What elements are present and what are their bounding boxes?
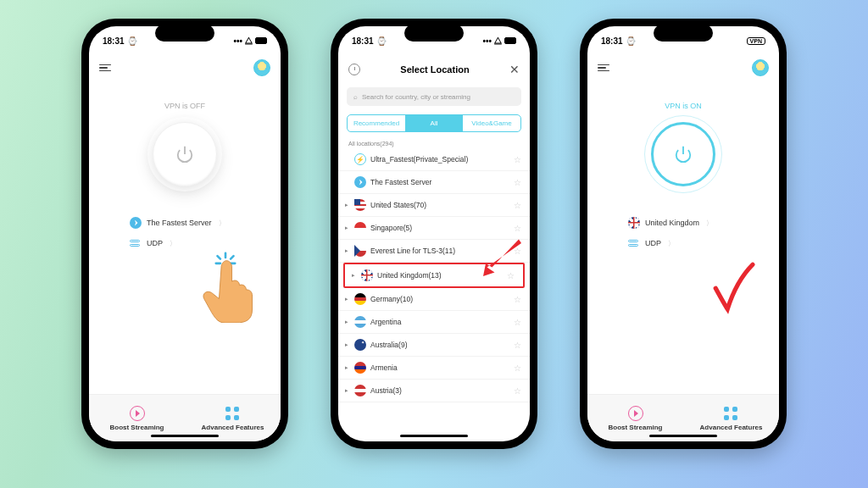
expand-icon: ▸ <box>343 341 350 348</box>
page-header: Select Location ✕ <box>338 55 530 84</box>
location-name: Austria(3) <box>370 386 509 395</box>
chevron-icon: 〉 <box>668 239 675 248</box>
server-row[interactable]: United Kingdom 〉 <box>628 217 713 229</box>
location-row[interactable]: ▸United States(70)☆ <box>338 194 530 217</box>
grid-icon <box>724 406 739 421</box>
tab-recommended[interactable]: Recommended <box>348 115 405 131</box>
favorite-star-icon[interactable]: ☆ <box>514 386 521 396</box>
protocol-row[interactable]: UDP 〉 <box>628 237 675 249</box>
signal-icon: ••• <box>482 36 492 46</box>
search-input[interactable]: ⌕ Search for country, city or streaming <box>347 87 521 106</box>
app-header <box>587 55 779 80</box>
flag-icon <box>354 362 366 374</box>
bottom-label: Boost Streaming <box>608 424 662 431</box>
vpn-status-label: VPN is OFF <box>164 102 205 110</box>
home-indicator <box>151 435 219 437</box>
location-name: Germany(10) <box>370 295 509 303</box>
menu-icon[interactable] <box>598 64 609 72</box>
close-icon[interactable]: ✕ <box>509 63 520 76</box>
page-title: Select Location <box>400 64 469 75</box>
grid-icon <box>225 406 241 421</box>
flag-icon <box>354 176 366 188</box>
alarm-icon: ⌚ <box>376 36 387 46</box>
location-row[interactable]: ▸Everest Line for TLS-3(11)☆ <box>338 240 530 263</box>
status-time: 18:31 <box>601 36 623 46</box>
favorite-star-icon[interactable]: ☆ <box>514 341 521 350</box>
protocol-row[interactable]: UDP 〉 <box>130 237 176 249</box>
power-icon <box>175 145 194 164</box>
screen-off-state: 18:31⌚ ••• ⧋ VPN is OFF The Fastest Serv… <box>89 26 281 441</box>
expand-icon: ▸ <box>350 272 357 279</box>
location-row[interactable]: ▸Austria(3)☆ <box>338 380 530 402</box>
alarm-icon: ⌚ <box>626 36 636 46</box>
location-row[interactable]: ▸Australia(9)☆ <box>338 334 530 357</box>
tab-video-game[interactable]: Video&Game <box>463 115 520 131</box>
location-name: Argentina <box>370 318 509 326</box>
status-time: 18:31 <box>352 36 374 46</box>
tap-sparkle-icon <box>214 252 236 274</box>
favorite-star-icon[interactable]: ☆ <box>514 201 521 210</box>
server-row[interactable]: The Fastest Server 〉 <box>130 217 225 229</box>
main-content: VPN is ON United Kingdom 〉 UDP 〉 <box>587 80 779 394</box>
menu-icon[interactable] <box>99 64 111 72</box>
location-name: United States(70) <box>370 201 509 209</box>
battery-icon <box>255 37 267 44</box>
favorite-star-icon[interactable]: ☆ <box>514 318 521 327</box>
phone-frame-2: 18:31⌚ ••• ⧋ Select Location ✕ ⌕ Search … <box>331 19 537 449</box>
vpn-status-label: VPN is ON <box>665 102 702 110</box>
location-row[interactable]: The Fastest Server☆ <box>338 171 530 194</box>
flag-icon <box>354 245 366 257</box>
favorite-star-icon[interactable]: ☆ <box>514 224 521 233</box>
location-row[interactable]: ▸United Kingdom(13)☆ <box>343 263 525 288</box>
play-icon <box>628 406 643 421</box>
tab-all[interactable]: All <box>405 115 463 131</box>
history-icon[interactable] <box>348 64 360 75</box>
screen-on-state: 18:31⌚ VPN VPN is ON United Kingdom 〉 <box>587 26 779 441</box>
flag-icon <box>354 385 366 396</box>
location-row[interactable]: ▸Singapore(5)☆ <box>338 217 530 240</box>
home-indicator <box>649 435 717 437</box>
power-button-off[interactable] <box>153 122 217 186</box>
location-name: Ultra_Fastest(Private_Special) <box>370 155 509 164</box>
chevron-icon: 〉 <box>706 219 713 228</box>
flag-icon <box>354 293 366 305</box>
search-icon: ⌕ <box>353 93 358 101</box>
status-right: ••• ⧋ <box>233 36 267 46</box>
protocol-name: UDP <box>147 239 163 247</box>
flag-icon <box>361 269 373 281</box>
main-content: VPN is OFF The Fastest Server 〉 UDP 〉 <box>89 80 281 394</box>
avatar[interactable] <box>752 59 769 76</box>
favorite-star-icon[interactable]: ☆ <box>514 178 521 187</box>
favorite-star-icon[interactable]: ☆ <box>514 295 521 304</box>
location-name: Australia(9) <box>370 341 509 349</box>
favorite-star-icon[interactable]: ☆ <box>514 155 521 164</box>
favorite-star-icon[interactable]: ☆ <box>507 271 515 280</box>
protocol-name: UDP <box>645 239 661 247</box>
flag-icon <box>354 316 366 328</box>
favorite-star-icon[interactable]: ☆ <box>514 247 521 256</box>
bottom-label: Boost Streaming <box>109 424 164 431</box>
chevron-icon: 〉 <box>219 219 225 228</box>
location-name: Singapore(5) <box>370 224 509 232</box>
wifi-icon: ⧋ <box>245 36 253 46</box>
app-header <box>89 55 281 80</box>
expand-icon: ▸ <box>343 364 350 371</box>
location-row[interactable]: Ultra_Fastest(Private_Special)☆ <box>338 148 530 171</box>
avatar[interactable] <box>253 59 270 76</box>
power-button-on[interactable] <box>651 122 715 186</box>
status-time: 18:31 <box>103 36 125 46</box>
server-name: United Kingdom <box>645 219 699 227</box>
phone-frame-3: 18:31⌚ VPN VPN is ON United Kingdom 〉 <box>580 19 787 449</box>
wifi-icon: ⧋ <box>494 36 502 46</box>
location-row[interactable]: ▸Argentina☆ <box>338 311 530 334</box>
alarm-icon: ⌚ <box>127 36 137 46</box>
location-list[interactable]: Ultra_Fastest(Private_Special)☆The Faste… <box>338 148 530 441</box>
favorite-star-icon[interactable]: ☆ <box>514 363 521 373</box>
location-name: United Kingdom(13) <box>377 271 503 280</box>
location-row[interactable]: ▸Germany(10)☆ <box>338 288 530 311</box>
location-row[interactable]: ▸Armenia☆ <box>338 357 530 380</box>
svg-line-1 <box>217 256 220 258</box>
section-label: All locations(294) <box>338 137 530 148</box>
expand-icon: ▸ <box>343 202 350 208</box>
phone-frame-1: 18:31⌚ ••• ⧋ VPN is OFF The Fastest Serv… <box>81 19 288 449</box>
